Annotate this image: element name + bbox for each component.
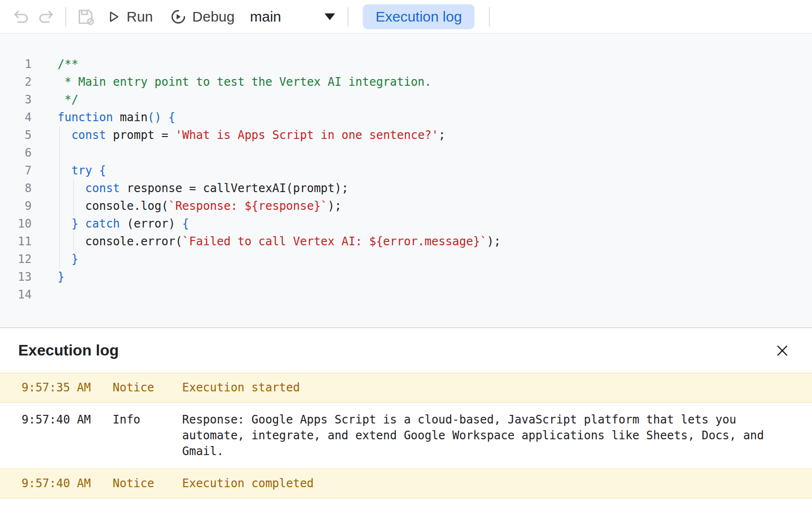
code-token: console.error( bbox=[58, 235, 182, 248]
code-token: prompt = bbox=[106, 128, 175, 142]
code-line-content: function main() { bbox=[32, 109, 812, 126]
log-entry: 9:57:40 AMInfoResponse: Google Apps Scri… bbox=[0, 403, 812, 469]
execution-log-button[interactable]: Execution log bbox=[363, 4, 474, 29]
execution-log-title: Execution log bbox=[18, 342, 119, 359]
undo-icon bbox=[12, 8, 30, 26]
code-line[interactable]: 11 console.error(`Failed to call Vertex … bbox=[0, 233, 812, 251]
code-line-content: console.log(`Response: ${response}`); bbox=[32, 197, 812, 215]
code-token: */ bbox=[58, 93, 78, 106]
code-token: } bbox=[71, 252, 78, 266]
toolbar-divider bbox=[489, 7, 490, 26]
code-line-content bbox=[32, 286, 812, 304]
code-editor[interactable]: 1/**2 * Main entry point to test the Ver… bbox=[0, 34, 812, 327]
log-entries: 9:57:35 AMNoticeExecution started9:57:40… bbox=[0, 373, 812, 499]
code-token bbox=[162, 111, 168, 124]
line-number: 14 bbox=[0, 286, 32, 304]
code-line[interactable]: 5 const prompt = 'What is Apps Script in… bbox=[0, 126, 812, 144]
debug-button[interactable]: Debug bbox=[170, 9, 234, 25]
log-entry-time: 9:57:40 AM bbox=[0, 412, 113, 428]
indent-guide bbox=[59, 126, 60, 144]
line-number: 2 bbox=[0, 73, 32, 91]
line-number: 5 bbox=[0, 126, 32, 144]
code-line-content: */ bbox=[32, 91, 812, 109]
code-token: catch bbox=[85, 217, 120, 230]
code-line-content: try { bbox=[32, 162, 812, 180]
code-token: main bbox=[113, 111, 148, 124]
undo-button[interactable] bbox=[9, 4, 34, 29]
close-button[interactable] bbox=[771, 339, 794, 362]
run-button[interactable]: Run bbox=[106, 9, 153, 25]
code-token: ; bbox=[439, 128, 445, 142]
code-line-content: /** bbox=[32, 56, 812, 73]
code-line[interactable]: 13} bbox=[0, 268, 812, 286]
indent-guide bbox=[59, 233, 60, 251]
log-entry-type: Notice bbox=[113, 476, 182, 492]
code-line-content: console.error(`Failed to call Vertex AI:… bbox=[32, 233, 812, 251]
code-token: `Response: ${response}` bbox=[168, 199, 327, 213]
code-token: console.log( bbox=[58, 199, 168, 213]
code-line[interactable]: 7 try { bbox=[0, 162, 812, 180]
code-line[interactable]: 1/** bbox=[0, 56, 812, 73]
line-number: 8 bbox=[0, 180, 32, 197]
log-entry: 9:57:40 AMNoticeExecution completed bbox=[0, 469, 812, 499]
save-project-icon bbox=[76, 7, 95, 26]
log-entry-message: Response: Google Apps Script is a cloud-… bbox=[182, 412, 769, 459]
indent-guide bbox=[73, 233, 74, 251]
code-line-content: } bbox=[32, 251, 812, 268]
code-token: { bbox=[182, 217, 189, 230]
code-token: } bbox=[71, 217, 78, 230]
code-line[interactable]: 6 bbox=[0, 144, 812, 162]
code-line-content: } catch (error) { bbox=[32, 215, 812, 233]
code-line[interactable]: 4function main() { bbox=[0, 109, 812, 126]
code-token bbox=[58, 182, 85, 195]
indent-guide bbox=[59, 144, 60, 162]
code-line[interactable]: 14 bbox=[0, 286, 812, 304]
line-number: 13 bbox=[0, 268, 32, 286]
code-token: { bbox=[168, 111, 175, 124]
line-number: 11 bbox=[0, 233, 32, 251]
toolbar-divider bbox=[348, 7, 348, 26]
code-token: function bbox=[58, 111, 113, 124]
log-entry-message: Execution started bbox=[182, 380, 769, 396]
indent-guide bbox=[73, 180, 74, 197]
code-token bbox=[92, 164, 99, 177]
code-line-content: const response = callVertexAI(prompt); bbox=[32, 180, 812, 197]
run-label: Run bbox=[127, 9, 153, 25]
code-token: const bbox=[71, 128, 106, 142]
close-icon bbox=[774, 343, 790, 359]
code-line[interactable]: 3 */ bbox=[0, 91, 812, 109]
line-number: 7 bbox=[0, 162, 32, 180]
code-token: ); bbox=[487, 235, 501, 248]
save-project-button[interactable] bbox=[73, 4, 98, 29]
line-number: 10 bbox=[0, 215, 32, 233]
code-line-content: } bbox=[32, 268, 812, 286]
toolbar-divider bbox=[65, 7, 66, 26]
log-entry-message: Execution completed bbox=[182, 476, 769, 492]
code-token: 'What is Apps Script in one sentence?' bbox=[175, 128, 439, 142]
function-dropdown[interactable]: main bbox=[250, 9, 335, 25]
line-number: 6 bbox=[0, 144, 32, 162]
code-token: ); bbox=[328, 199, 342, 213]
indent-guide bbox=[59, 180, 60, 197]
line-number: 12 bbox=[0, 251, 32, 268]
code-line[interactable]: 10 } catch (error) { bbox=[0, 215, 812, 233]
log-entry: 9:57:35 AMNoticeExecution started bbox=[0, 373, 812, 403]
code-line[interactable]: 12 } bbox=[0, 251, 812, 268]
code-line[interactable]: 2 * Main entry point to test the Vertex … bbox=[0, 73, 812, 91]
toolbar: Run Debug main Execution log bbox=[0, 0, 812, 34]
indent-guide bbox=[59, 162, 60, 180]
code-line[interactable]: 8 const response = callVertexAI(prompt); bbox=[0, 180, 812, 197]
redo-button[interactable] bbox=[34, 4, 58, 29]
execution-log-header: Execution log bbox=[0, 328, 812, 373]
code-line-content bbox=[32, 144, 812, 162]
log-entry-time: 9:57:35 AM bbox=[0, 380, 113, 396]
log-entry-time: 9:57:40 AM bbox=[0, 476, 113, 492]
redo-icon bbox=[37, 8, 55, 26]
code-token: (error) bbox=[120, 217, 182, 230]
code-line[interactable]: 9 console.log(`Response: ${response}`); bbox=[0, 197, 812, 215]
indent-guide bbox=[59, 197, 60, 215]
code-token: { bbox=[99, 164, 106, 177]
run-icon bbox=[106, 10, 121, 24]
code-token: const bbox=[85, 182, 120, 195]
code-token: response = callVertexAI(prompt); bbox=[120, 182, 348, 195]
